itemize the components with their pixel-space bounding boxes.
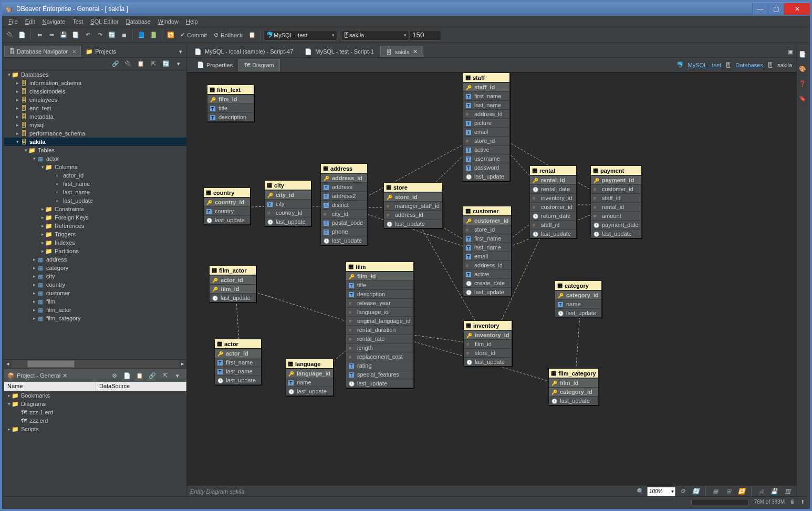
erd-column-film_id[interactable]: film_id — [207, 95, 254, 103]
erd-column-last_update[interactable]: last_update — [346, 379, 413, 388]
erd-column-return_date[interactable]: return_date — [530, 211, 576, 220]
erd-table-language[interactable]: ▦languagelanguage_idnamelast_update — [285, 359, 334, 396]
erd-table-category[interactable]: ▦categorycategory_idnamelast_update — [555, 280, 602, 318]
rollback-button[interactable]: ⊘ Rollback — [211, 29, 246, 41]
erd-column-customer_id[interactable]: customer_id — [530, 202, 576, 211]
gc-icon[interactable]: 🗑 — [790, 499, 795, 505]
erd-column-phone[interactable]: phone — [321, 227, 367, 236]
erd-column-special_features[interactable]: special_features — [346, 370, 413, 379]
erd-column-address[interactable]: address — [321, 182, 367, 191]
erd-table-country[interactable]: ▦countrycountry_idcountrylast_update — [203, 187, 251, 225]
tree-item-last-name[interactable]: ▫last_name — [4, 188, 186, 196]
nav-menu-icon[interactable]: ▾ — [173, 58, 184, 70]
tab-projects[interactable]: 📁 Projects — [81, 46, 121, 57]
proj-copy-icon[interactable]: 📋 — [134, 370, 145, 381]
filter-icon[interactable]: 📋 — [135, 58, 147, 70]
erd-column-city[interactable]: city — [265, 199, 311, 208]
erd-column-length[interactable]: length — [346, 343, 413, 352]
erd-column-first_name[interactable]: first_name — [215, 358, 261, 367]
erd-column-country_id[interactable]: country_id — [204, 197, 250, 206]
erd-column-last_update[interactable]: last_update — [555, 308, 601, 317]
proj-collapse-icon[interactable]: ⇱ — [159, 370, 171, 381]
proj-menu-icon[interactable]: ▾ — [172, 370, 183, 381]
menu-sqleditor[interactable]: SQL Editor — [87, 17, 121, 26]
erd-column-original_language_id[interactable]: original_language_id — [346, 316, 413, 325]
erd-grid-icon[interactable]: ▦ — [710, 486, 721, 497]
commit-button[interactable]: ✔ Commit — [177, 29, 210, 41]
tree-item-databases[interactable]: ▾📁Databases — [4, 70, 186, 79]
erd-column-country[interactable]: country — [204, 206, 250, 215]
erd-column-rental_id[interactable]: rental_id — [530, 175, 576, 184]
erd-column-film_id[interactable]: film_id — [549, 378, 598, 387]
tree-item-film-actor[interactable]: ▸▦film_actor — [4, 306, 186, 314]
refresh-icon[interactable]: 🔄 — [106, 29, 118, 41]
erd-column-name[interactable]: name — [555, 299, 601, 308]
erd-column-staff_id[interactable]: staff_id — [530, 220, 576, 229]
erd-column-release_year[interactable]: release_year — [346, 298, 413, 307]
maximize-button[interactable]: ▢ — [768, 3, 784, 15]
erd-table-city[interactable]: ▦citycity_idcitycountry_idlast_update — [264, 180, 311, 226]
erd-column-district[interactable]: district — [321, 200, 367, 209]
erd-column-picture[interactable]: picture — [463, 118, 509, 127]
erd-settings-icon[interactable]: ⚙ — [677, 486, 689, 497]
erd-column-last_update[interactable]: last_update — [591, 229, 641, 238]
breadcrumb-databases[interactable]: Databases — [735, 62, 763, 68]
erd-column-title[interactable]: title — [346, 280, 413, 289]
proj-link-icon[interactable]: 🔗 — [147, 370, 158, 381]
erd-column-customer_id[interactable]: customer_id — [591, 184, 641, 193]
tree-item-performance-schema[interactable]: ▸🗄performance_schema — [4, 129, 186, 138]
stop-icon[interactable]: ⏹ — [118, 29, 130, 41]
menu-file[interactable]: File — [5, 17, 21, 26]
erd-column-title[interactable]: title — [207, 103, 254, 112]
tree-item-enc-test[interactable]: ▸🗄enc_test — [4, 104, 186, 112]
erd-column-store_id[interactable]: store_id — [463, 225, 511, 234]
tree-item-address[interactable]: ▸▦address — [4, 255, 186, 264]
erd-column-last_update[interactable]: last_update — [549, 396, 598, 405]
erd-table-rental[interactable]: ▦rentalrental_idrental_dateinventory_idc… — [529, 165, 577, 238]
nav-fwd-icon[interactable]: ➡ — [46, 29, 57, 41]
tree-item-indexes[interactable]: ▸📁Indexes — [4, 238, 186, 247]
erd-column-username[interactable]: username — [463, 154, 509, 163]
tab-properties[interactable]: 📄 Properties — [191, 59, 238, 71]
erd-column-manager_staff_id[interactable]: manager_staff_id — [384, 201, 442, 210]
refresh-tree-icon[interactable]: 🔄 — [160, 58, 172, 70]
erd-column-email[interactable]: email — [463, 127, 509, 136]
project-tree[interactable]: ▸📁Bookmarks▾📁Diagrams🗺zzz-1.erd🗺zzz.erd▸… — [4, 391, 186, 496]
proj-new-icon[interactable]: 📄 — [121, 370, 133, 381]
erd-column-last_update[interactable]: last_update — [463, 287, 511, 296]
erd-column-rental_rate[interactable]: rental_rate — [346, 334, 413, 343]
menu-test[interactable]: Test — [69, 17, 86, 26]
tree-item-information-schema[interactable]: ▸🗄information_schema — [4, 79, 186, 87]
connection-combo[interactable]: 🐬 MySQL - test — [264, 30, 337, 40]
tree-item-employees[interactable]: ▸🗄employees — [4, 96, 186, 104]
erd-column-first_name[interactable]: first_name — [463, 91, 509, 100]
erd-column-language_id[interactable]: language_id — [346, 307, 413, 316]
erd-column-rating[interactable]: rating — [346, 361, 413, 370]
tree-item-classicmodels[interactable]: ▸🗄classicmodels — [4, 87, 186, 96]
erd-table-payment[interactable]: ▦paymentpayment_idcustomer_idstaff_idren… — [590, 165, 642, 238]
erd-column-last_name[interactable]: last_name — [463, 243, 511, 252]
save-icon[interactable]: 💾 — [58, 29, 69, 41]
erd-canvas[interactable]: ▦film_textfilm_idtitledescription▦countr… — [187, 72, 796, 486]
erd-column-payment_id[interactable]: payment_id — [591, 175, 641, 184]
erd-column-address_id[interactable]: address_id — [463, 260, 511, 269]
erd-table-staff[interactable]: ▦staffstaff_idfirst_namelast_nameaddress… — [463, 72, 510, 181]
tree-item-customer[interactable]: ▸▦customer — [4, 289, 186, 297]
erd-column-address_id[interactable]: address_id — [321, 173, 367, 182]
new-connection-icon[interactable]: 🔌 — [4, 29, 16, 41]
erd-column-replacement_cost[interactable]: replacement_cost — [346, 352, 413, 361]
link-editor-icon[interactable]: 🔗 — [110, 58, 121, 70]
tab-database-navigator[interactable]: 🗄 Database Navigator ✕ — [4, 46, 81, 57]
project-item-zzz-erd[interactable]: 🗺zzz.erd — [4, 416, 186, 425]
erd-column-store_id[interactable]: store_id — [384, 192, 442, 201]
new-sql-icon[interactable]: 📄 — [16, 29, 28, 41]
erd-column-payment_date[interactable]: payment_date — [591, 220, 641, 229]
tree-item-actor[interactable]: ▾▦actor — [4, 154, 186, 163]
erd-refresh-icon[interactable]: 🔄 — [690, 486, 702, 497]
erd-column-last_update[interactable]: last_update — [384, 219, 442, 228]
tree-item-triggers[interactable]: ▸📁Triggers — [4, 230, 186, 238]
erd-column-description[interactable]: description — [207, 112, 254, 121]
tx-mode-icon[interactable]: 🔁 — [165, 29, 176, 41]
erd-table-film_text[interactable]: ▦film_textfilm_idtitledescription — [207, 85, 254, 122]
tree-item-metadata[interactable]: ▸🗄metadata — [4, 112, 186, 121]
